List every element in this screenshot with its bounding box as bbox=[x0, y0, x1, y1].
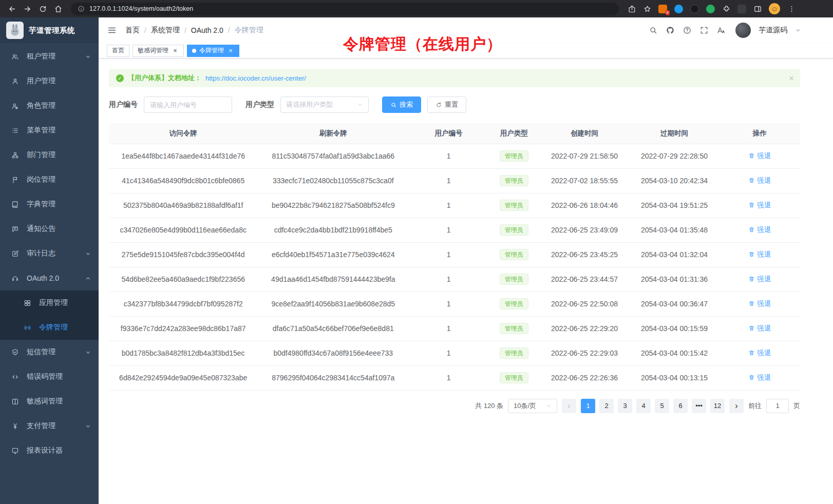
chevron-down-icon[interactable] bbox=[795, 27, 801, 33]
search-icon[interactable] bbox=[649, 26, 658, 35]
browser-extension-icon[interactable] bbox=[706, 5, 715, 13]
force-logout-button[interactable]: 强退 bbox=[748, 176, 771, 185]
alert-close-icon[interactable]: × bbox=[789, 74, 794, 83]
cell-created-time: 2022-06-25 23:45:25 bbox=[540, 242, 630, 267]
table-row: b0d1785bc3a8482f812db4a3f3bd15ecb0df4980… bbox=[109, 341, 800, 365]
side-panel-icon[interactable] bbox=[750, 1, 765, 16]
sidebar-item-report-designer[interactable]: 报表设计器 bbox=[0, 438, 99, 463]
sidebar-item-audit-log[interactable]: 审计日志 bbox=[0, 241, 99, 266]
cell-user-id: 1 bbox=[409, 218, 488, 242]
tab-close-icon[interactable]: × bbox=[172, 47, 179, 54]
browser-extension-icon[interactable] bbox=[737, 5, 746, 13]
search-button[interactable]: 搜索 bbox=[382, 96, 421, 113]
oauth-icon bbox=[11, 275, 19, 282]
breadcrumb-item[interactable]: 首页 bbox=[125, 26, 140, 35]
force-logout-button[interactable]: 强退 bbox=[748, 250, 771, 259]
page-button-5[interactable]: 5 bbox=[655, 399, 669, 413]
help-icon[interactable] bbox=[683, 26, 692, 35]
page-button-4[interactable]: 4 bbox=[636, 399, 651, 413]
sidebar-item-user[interactable]: 用户管理 bbox=[0, 69, 99, 93]
browser-profile-avatar[interactable]: ☺ bbox=[769, 3, 780, 14]
sidebar-item-role[interactable]: 角色管理 bbox=[0, 93, 99, 118]
page-button-12[interactable]: 12 bbox=[710, 399, 725, 413]
browser-extension-icon[interactable]: 6 bbox=[658, 5, 667, 13]
sidebar-item-sms[interactable]: 短信管理 bbox=[0, 340, 99, 364]
breadcrumb-separator: / bbox=[228, 26, 230, 34]
site-info-icon[interactable] bbox=[78, 5, 85, 12]
force-logout-button[interactable]: 强退 bbox=[748, 299, 771, 308]
page-button-6[interactable]: 6 bbox=[673, 399, 688, 413]
sidebar-item-oauth2[interactable]: OAuth 2.0 bbox=[0, 266, 99, 290]
user-type-badge: 管理员 bbox=[500, 347, 528, 359]
page-size-value: 10条/页 bbox=[514, 401, 536, 411]
force-logout-button[interactable]: 强退 bbox=[748, 225, 771, 235]
next-page-button[interactable]: › bbox=[729, 399, 744, 413]
force-logout-button[interactable]: 强退 bbox=[748, 151, 771, 161]
tab-sensitive-word[interactable]: 敏感词管理× bbox=[132, 45, 184, 57]
table-row: 1ea5e44f8bc1467aaede43144f31de76811c5304… bbox=[109, 144, 800, 168]
force-logout-label: 强退 bbox=[757, 225, 771, 235]
cell-user-type: 管理员 bbox=[488, 193, 540, 218]
goto-page-input[interactable] bbox=[766, 399, 789, 413]
force-logout-button[interactable]: 强退 bbox=[748, 275, 771, 284]
force-logout-button[interactable]: 强退 bbox=[748, 348, 771, 358]
prev-page-button[interactable]: ‹ bbox=[562, 399, 576, 413]
sidebar-item-notice[interactable]: 通知公告 bbox=[0, 217, 99, 241]
sidebar-item-label: 字典管理 bbox=[27, 200, 91, 209]
breadcrumb-item[interactable]: OAuth 2.0 bbox=[191, 26, 223, 34]
reset-button[interactable]: 重置 bbox=[427, 96, 466, 113]
sidebar-item-pay[interactable]: 支付管理 bbox=[0, 414, 99, 438]
columns-icon bbox=[11, 398, 19, 405]
force-logout-label: 强退 bbox=[757, 299, 771, 308]
sidebar-item-menu[interactable]: 菜单管理 bbox=[0, 118, 99, 143]
font-size-icon[interactable] bbox=[716, 26, 726, 35]
alert-link[interactable]: https://doc.iocoder.cn/user-center/ bbox=[205, 74, 306, 82]
table-row: c347026e805e4d99b0d116eae66eda8ccdfc4ce9… bbox=[109, 218, 800, 242]
sidebar-item-tenant[interactable]: 租户管理 bbox=[0, 44, 99, 69]
sidebar-item-label: 部门管理 bbox=[27, 150, 91, 160]
address-bar[interactable]: 127.0.0.1:1024/system/oauth2/token bbox=[71, 3, 619, 15]
sidebar-item-sensitive-word[interactable]: 敏感词管理 bbox=[0, 389, 99, 414]
tab-close-icon[interactable]: × bbox=[227, 47, 234, 54]
browser-menu-icon[interactable] bbox=[784, 1, 799, 16]
force-logout-button[interactable]: 强退 bbox=[748, 324, 771, 333]
browser-back-icon[interactable] bbox=[4, 1, 20, 16]
browser-forward-icon[interactable] bbox=[20, 1, 35, 16]
bookmark-star-icon[interactable] bbox=[639, 1, 655, 16]
browser-home-icon[interactable] bbox=[50, 1, 66, 16]
sidebar-item-oauth2-app[interactable]: 应用管理 bbox=[0, 290, 99, 315]
force-logout-button[interactable]: 强退 bbox=[748, 373, 771, 382]
extensions-puzzle-icon[interactable] bbox=[718, 1, 734, 16]
log-icon bbox=[11, 250, 19, 258]
sidebar-item-error-code[interactable]: 错误码管理 bbox=[0, 364, 99, 389]
cell-refresh-token: be90422b8c7946218275a508bf524fc9 bbox=[257, 193, 409, 218]
user-avatar[interactable] bbox=[735, 23, 751, 38]
menu-list-icon bbox=[11, 127, 19, 134]
user-type-select[interactable]: 请选择用户类型 bbox=[280, 96, 369, 113]
tab-token[interactable]: 令牌管理× bbox=[187, 45, 239, 57]
sidebar-toggle-icon[interactable] bbox=[107, 25, 117, 35]
user-id-input[interactable] bbox=[144, 96, 232, 113]
browser-extension-icon[interactable] bbox=[674, 5, 683, 13]
breadcrumb-item[interactable]: 系统管理 bbox=[151, 26, 180, 35]
sidebar-item-dept[interactable]: 部门管理 bbox=[0, 143, 99, 167]
page-ellipsis[interactable]: ••• bbox=[692, 399, 706, 413]
page-button-3[interactable]: 3 bbox=[618, 399, 632, 413]
app-logo[interactable]: 芋道管理系统 bbox=[0, 17, 99, 43]
browser-reload-icon[interactable] bbox=[35, 1, 50, 16]
sidebar-item-oauth2-token[interactable]: 令牌管理 bbox=[0, 315, 99, 340]
sidebar-item-dict[interactable]: 字典管理 bbox=[0, 192, 99, 217]
tab-home[interactable]: 首页 bbox=[107, 45, 129, 57]
page-size-select[interactable]: 10条/页 bbox=[508, 399, 557, 413]
github-icon[interactable] bbox=[666, 26, 675, 35]
browser-extension-icon[interactable] bbox=[690, 5, 699, 13]
force-logout-button[interactable]: 强退 bbox=[748, 201, 771, 210]
force-logout-label: 强退 bbox=[757, 348, 771, 358]
share-icon[interactable] bbox=[624, 1, 639, 16]
page-button-2[interactable]: 2 bbox=[599, 399, 614, 413]
sidebar-item-post[interactable]: 岗位管理 bbox=[0, 167, 99, 192]
username[interactable]: 芋道源码 bbox=[759, 26, 787, 35]
fullscreen-icon[interactable] bbox=[699, 26, 709, 35]
breadcrumb-separator: / bbox=[144, 26, 146, 34]
page-button-1[interactable]: 1 bbox=[581, 399, 595, 413]
